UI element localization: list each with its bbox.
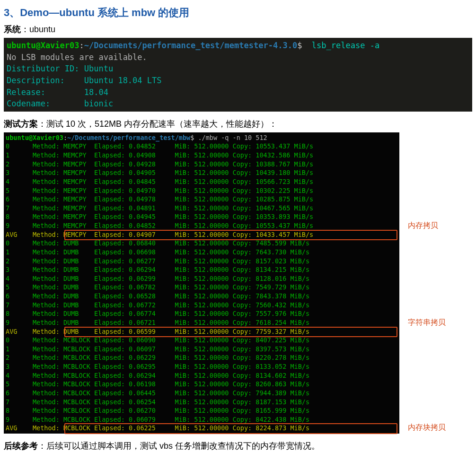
mbw-row: 6 Method: MEMCPY Elapsed: 0.04978 MiB: 5…	[6, 195, 397, 204]
test-plan-line: 测试方案：测试 10 次，512MB 内存分配速率（速率越大，性能越好）：	[4, 118, 472, 130]
mbw-row: 5 Method: MEMCPY Elapsed: 0.04970 MiB: 5…	[6, 186, 397, 195]
mbw-row: 0 Method: DUMB Elapsed: 0.06840 MiB: 512…	[6, 239, 397, 248]
mbw-row: 8 Method: MCBLOCK Elapsed: 0.06270 MiB: …	[6, 406, 397, 415]
output-line: Description: Ubuntu 18.04 LTS	[7, 76, 162, 85]
mbw-row: 5 Method: DUMB Elapsed: 0.06782 MiB: 512…	[6, 283, 397, 292]
mbw-row: 1 Method: MEMCPY Elapsed: 0.04908 MiB: 5…	[6, 151, 397, 160]
annotation-dumb: 字符串拷贝	[408, 318, 446, 328]
mbw-row: 2 Method: MEMCPY Elapsed: 0.04928 MiB: 5…	[6, 160, 397, 169]
followup-sep: ：	[38, 441, 46, 451]
mbw-row: 4 Method: MEMCPY Elapsed: 0.04845 MiB: 5…	[6, 177, 397, 186]
mbw-row: 8 Method: DUMB Elapsed: 0.06774 MiB: 512…	[6, 309, 397, 318]
prompt-dollar: $	[297, 41, 302, 50]
output-line: Distributor ID: Ubuntu	[7, 64, 113, 73]
system-value: ubuntu	[29, 25, 55, 34]
plan-sep: ：	[38, 119, 46, 129]
terminal-mbw: ubuntu@Xavier03:~/Documents/performance_…	[4, 132, 399, 434]
mbw-row: 3 Method: MCBLOCK Elapsed: 0.06295 MiB: …	[6, 362, 397, 371]
terminal-lsb-release: ubuntu@Xavier03:~/Documents/performance_…	[4, 38, 472, 112]
mbw-row: 2 Method: DUMB Elapsed: 0.06277 MiB: 512…	[6, 257, 397, 266]
section-heading: 3、Demo—ubuntu 系统上 mbw 的使用	[4, 6, 472, 20]
prompt-path: ~/Documents/performance_test/memtester-4…	[84, 41, 297, 50]
plan-label: 测试方案	[4, 119, 38, 129]
mbw-row: 7 Method: MCBLOCK Elapsed: 0.06254 MiB: …	[6, 398, 397, 407]
system-line: 系统：ubuntu	[4, 24, 472, 35]
mbw-row: 8 Method: MEMCPY Elapsed: 0.04945 MiB: 5…	[6, 212, 397, 221]
annotation-mcblock: 内存块拷贝	[408, 423, 446, 433]
mbw-row: 3 Method: DUMB Elapsed: 0.06294 MiB: 512…	[6, 265, 397, 274]
mbw-row: 2 Method: MCBLOCK Elapsed: 0.06229 MiB: …	[6, 353, 397, 362]
system-sep: ：	[21, 25, 29, 34]
mbw-row: 1 Method: MCBLOCK Elapsed: 0.06097 MiB: …	[6, 345, 397, 354]
output-line: Release: 18.04	[7, 87, 108, 97]
mbw-row: 4 Method: MCBLOCK Elapsed: 0.06294 MiB: …	[6, 371, 397, 380]
mbw-row: 7 Method: DUMB Elapsed: 0.06772 MiB: 512…	[6, 301, 397, 310]
plan-text: 测试 10 次，512MB 内存分配速率（速率越大，性能越好）：	[46, 119, 277, 129]
output-line: Codename: bionic	[7, 99, 113, 108]
mbw-row: 7 Method: MEMCPY Elapsed: 0.04891 MiB: 5…	[6, 204, 397, 213]
followup-label: 后续参考	[4, 441, 38, 451]
mbw-row: 9 Method: DUMB Elapsed: 0.06721 MiB: 512…	[6, 318, 397, 327]
mbw-row: AVG Method: MEMCPY Elapsed: 0.04907 MiB:…	[6, 230, 397, 239]
system-label: 系统	[4, 25, 21, 34]
mbw-row: 9 Method: MEMCPY Elapsed: 0.04852 MiB: 5…	[6, 221, 397, 230]
output-line: No LSB modules are available.	[7, 52, 147, 62]
mbw-row: 1 Method: DUMB Elapsed: 0.06698 MiB: 512…	[6, 248, 397, 257]
annotation-memcpy: 内存拷贝	[408, 221, 438, 231]
mbw-row: 5 Method: MCBLOCK Elapsed: 0.06198 MiB: …	[6, 380, 397, 389]
terminal-mbw-wrap: ubuntu@Xavier03:~/Documents/performance_…	[4, 132, 472, 434]
mbw-row: 3 Method: MEMCPY Elapsed: 0.04905 MiB: 5…	[6, 168, 397, 177]
command-text: lsb_release -a	[312, 41, 379, 50]
mbw-row: 0 Method: MCBLOCK Elapsed: 0.06090 MiB: …	[6, 336, 397, 345]
prompt-colon: :	[79, 41, 84, 50]
mbw-row: AVG Method: DUMB Elapsed: 0.06599 MiB: 5…	[6, 327, 397, 336]
mbw-row: 6 Method: DUMB Elapsed: 0.06528 MiB: 512…	[6, 292, 397, 301]
mbw-row: 9 Method: MCBLOCK Elapsed: 0.06079 MiB: …	[6, 415, 397, 424]
mbw-row: 0 Method: MEMCPY Elapsed: 0.04852 MiB: 5…	[6, 142, 397, 151]
mbw-row: 6 Method: MCBLOCK Elapsed: 0.06445 MiB: …	[6, 389, 397, 398]
followup-line: 后续参考：后续可以通过脚本调用，测试 vbs 任务增删改查情况下的内存带宽情况。	[4, 440, 472, 452]
prompt-user: ubuntu@Xavier03	[7, 41, 79, 50]
mbw-row: AVG Method: MCBLOCK Elapsed: 0.06225 MiB…	[6, 424, 397, 433]
followup-text: 后续可以通过脚本调用，测试 vbs 任务增删改查情况下的内存带宽情况。	[46, 441, 320, 451]
mbw-row: 4 Method: DUMB Elapsed: 0.06299 MiB: 512…	[6, 274, 397, 283]
